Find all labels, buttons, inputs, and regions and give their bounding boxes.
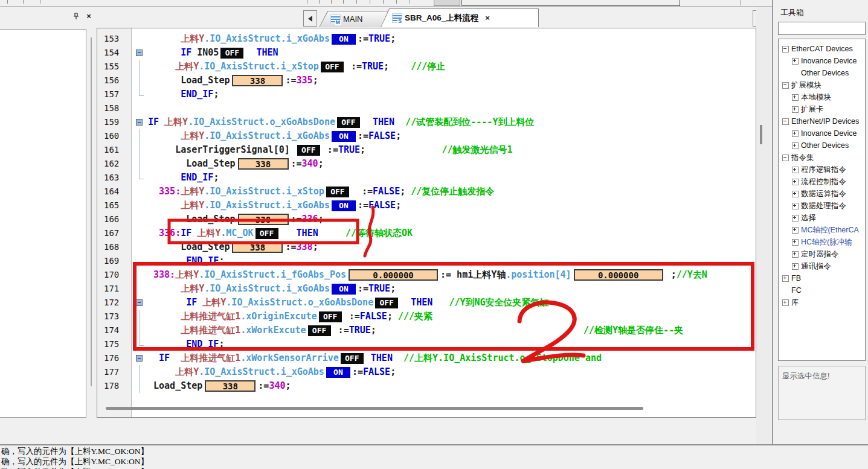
monitor-bool-badge[interactable]: OFF	[321, 62, 344, 72]
expand-icon[interactable]	[792, 263, 799, 270]
tree-item[interactable]: 扩展模块	[779, 79, 865, 91]
tab-sbr-a06[interactable]: S SBR_A06_上料流程 ×	[381, 8, 539, 27]
expand-icon[interactable]	[792, 203, 799, 209]
monitor-value-box[interactable]: 338	[205, 380, 256, 392]
monitor-bool-badge[interactable]: ON	[332, 34, 356, 45]
scrollbar[interactable]	[91, 37, 92, 386]
code-line[interactable]: 159IF 上料Y.IO_AxisStruct.o_xGoAbsDoneOFF …	[97, 115, 756, 129]
code-line[interactable]: 167 336:IF 上料Y.MC_OKOFF THEN //等待轴状态OK	[97, 226, 756, 240]
fold-collapse-icon[interactable]	[136, 355, 143, 362]
fold-collapse-icon[interactable]	[136, 49, 143, 56]
code-line[interactable]: 164 335:上料Y.IO_AxisStruct.i_xStopOFF :=F…	[97, 185, 756, 199]
code-line[interactable]: 153 上料Y.IO_AxisStruct.i_xGoAbsON:=TRUE;	[97, 32, 756, 46]
monitor-value-box[interactable]: 338	[238, 158, 289, 170]
code-editor[interactable]: 153 上料Y.IO_AxisStruct.i_xGoAbsON:=TRUE;1…	[97, 28, 756, 418]
monitor-value-box[interactable]: 338	[238, 214, 289, 225]
expand-icon[interactable]	[782, 275, 789, 282]
monitor-bool-badge[interactable]: ON	[326, 367, 350, 378]
tree-item[interactable]: Other Devices	[779, 139, 865, 152]
expand-icon[interactable]	[792, 142, 799, 149]
code-line[interactable]: 169 END_IF;	[97, 254, 756, 268]
horizontal-scrollbar[interactable]	[106, 406, 740, 411]
code-line[interactable]: 176 IF 上料推进气缸1.xWorkSensorArriveOFF THEN…	[97, 351, 756, 365]
toolbox-search-input[interactable]	[778, 22, 866, 35]
close-icon[interactable]: ×	[84, 11, 94, 21]
tab-close-icon[interactable]: ×	[485, 13, 490, 22]
code-line[interactable]: 156 Load_Step338:=335;	[97, 74, 756, 88]
tree-item[interactable]: EtherNet/IP Devices	[779, 115, 865, 127]
monitor-bool-badge[interactable]: ON	[332, 200, 356, 211]
expand-icon[interactable]	[792, 167, 799, 173]
tree-item[interactable]: 定时器指令	[779, 248, 865, 260]
expand-icon[interactable]	[782, 299, 789, 306]
tree-item[interactable]: Other Devices	[779, 67, 865, 79]
tree-item[interactable]: 扩展卡	[779, 103, 865, 115]
code-line[interactable]: 172 IF 上料Y.IO_AxisStruct.o_xGoAbsDoneOFF…	[97, 296, 756, 310]
monitor-bool-badge[interactable]: OFF	[326, 187, 349, 197]
expand-icon[interactable]	[792, 251, 799, 258]
tree-item[interactable]: 通讯指令	[779, 260, 865, 272]
code-line[interactable]: 175 END_IF;	[97, 337, 756, 351]
expand-icon[interactable]	[792, 94, 799, 101]
expand-icon[interactable]	[792, 215, 799, 222]
monitor-bool-badge[interactable]: OFF	[337, 117, 360, 128]
monitor-bool-badge[interactable]: OFF	[319, 311, 342, 322]
monitor-bool-badge[interactable]: OFF	[297, 145, 320, 156]
code-line[interactable]: 165 上料Y.IO_AxisStruct.i_xGoAbsON:=FALSE;	[97, 199, 756, 212]
tree-item[interactable]: 数据运算指令	[779, 188, 865, 200]
code-line[interactable]: 173 上料推进气缸1.xOriginExcuteOFF :=FALSE; //…	[97, 310, 756, 324]
expand-icon[interactable]	[792, 191, 799, 197]
monitor-value-box[interactable]: 0.000000	[349, 269, 438, 281]
collapse-icon[interactable]	[782, 46, 789, 53]
collapse-icon[interactable]	[782, 82, 789, 89]
code-line[interactable]: 158	[97, 101, 756, 115]
tree-item[interactable]: 本地模块	[779, 91, 865, 103]
monitor-bool-badge[interactable]: ON	[332, 131, 356, 142]
collapse-icon[interactable]	[782, 118, 789, 125]
code-line[interactable]: 160 上料Y.IO_AxisStruct.i_xGoAbsON:=FALSE;	[97, 129, 756, 143]
code-line[interactable]: 174 上料推进气缸1.xWorkExcuteOFF :=TRUE; //检测Y…	[97, 324, 756, 337]
scrollbar-thumb[interactable]	[106, 407, 643, 410]
expand-icon[interactable]	[792, 58, 799, 65]
tree-item[interactable]: 程序逻辑指令	[779, 164, 865, 176]
code-line[interactable]: 155 上料Y.IO_AxisStruct.i_xStopOFF :=TRUE;…	[97, 60, 756, 74]
fold-collapse-icon[interactable]	[136, 299, 143, 306]
tree-item[interactable]: FB	[779, 272, 865, 284]
tree-item[interactable]: 流程控制指令	[779, 176, 865, 188]
expand-icon[interactable]	[792, 239, 799, 246]
tree-item[interactable]: FC	[779, 284, 865, 296]
left-dock-panel[interactable]	[0, 29, 86, 418]
collapse-icon[interactable]	[782, 155, 789, 161]
monitor-bool-badge[interactable]: OFF	[341, 353, 364, 364]
tree-item[interactable]: 选择	[779, 212, 865, 224]
expand-icon[interactable]	[792, 106, 799, 113]
code-line[interactable]: 166 Load_Step338:=336;	[97, 212, 756, 226]
tree-item[interactable]: 库	[779, 296, 865, 308]
fold-collapse-icon[interactable]	[136, 119, 143, 126]
monitor-bool-badge[interactable]: ON	[332, 284, 356, 295]
expand-icon[interactable]	[792, 227, 799, 234]
tree-item[interactable]: Inovance Device	[779, 127, 865, 139]
code-line[interactable]: 157 END_IF;	[97, 88, 756, 101]
monitor-value-box[interactable]: 338	[232, 241, 283, 253]
tree-item[interactable]: EtherCAT Devices	[779, 43, 865, 55]
monitor-value-box[interactable]: 338	[232, 75, 283, 86]
expand-icon[interactable]	[792, 179, 799, 185]
expand-icon[interactable]	[792, 130, 799, 137]
monitor-bool-badge[interactable]: OFF	[375, 298, 398, 308]
monitor-value-box[interactable]: 0.000000	[574, 269, 663, 281]
code-line[interactable]: 161 LaserTriggerSignal[0] OFF :=TRUE; //…	[97, 143, 756, 157]
monitor-bool-badge[interactable]: OFF	[220, 48, 243, 59]
code-line[interactable]: 171 上料Y.IO_AxisStruct.i_xGoAbsON:=TRUE;	[97, 282, 756, 296]
code-line[interactable]: 163 END_IF;	[97, 171, 756, 185]
pin-icon[interactable]	[71, 11, 81, 21]
code-line[interactable]: 178 Load_Step338:=340;	[97, 379, 756, 393]
tree-item[interactable]: MC轴控(EtherCA	[779, 224, 865, 236]
scrollbar-thumb[interactable]	[760, 125, 762, 144]
tree-item[interactable]: 数据处理指令	[779, 200, 865, 212]
tab-scroll-left-button[interactable]	[303, 10, 317, 27]
code-line[interactable]: 162 Load_Step338:=340;	[97, 157, 756, 171]
tree-item[interactable]: 指令集	[779, 152, 865, 164]
tree-item[interactable]: Inovance Device	[779, 55, 865, 67]
code-line[interactable]: 177 上料Y.IO_AxisStruct.i_xGoAbsON:=FALSE;	[97, 365, 756, 379]
